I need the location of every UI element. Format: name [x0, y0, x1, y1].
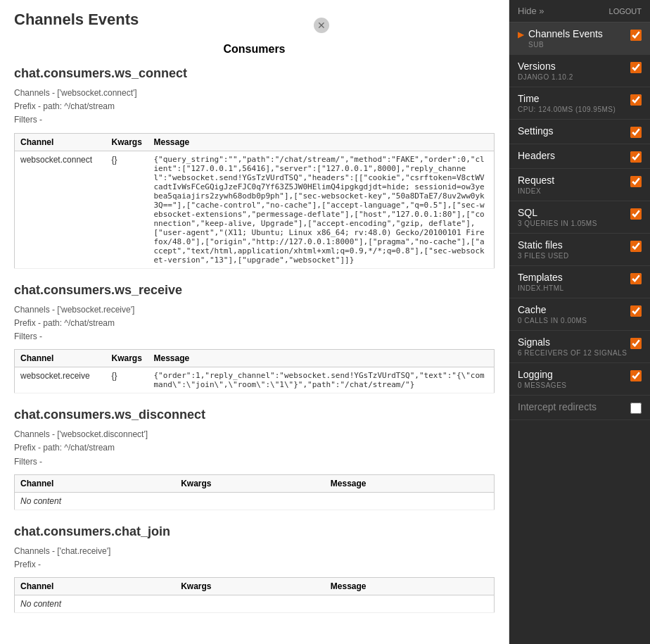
sidebar-item-left: VersionsDJANGO 1.10.2: [518, 61, 573, 81]
sidebar-item-intercept-redirects[interactable]: Intercept redirects: [509, 396, 650, 420]
sidebar-item-time[interactable]: TimeCPU: 124.00MS (109.95MS): [509, 87, 650, 120]
sidebar-checkbox-headers[interactable]: [630, 151, 642, 163]
data-table: ChannelKwargsMessageNo content: [14, 577, 495, 613]
sidebar-item-info: RequestINDEX: [518, 175, 554, 195]
sidebar-item-left: Settings: [518, 125, 554, 137]
table-header: Message: [148, 350, 495, 367]
sidebar-item-request[interactable]: RequestINDEX: [509, 169, 650, 201]
sidebar-item-left: Logging0 MESSAGES: [518, 369, 566, 389]
sidebar-item-left: ▶Channels EventsSUB: [518, 28, 603, 49]
table-header: Channel: [15, 578, 176, 595]
consumer-name: chat.consumers.ws_disconnect: [14, 408, 495, 422]
sidebar-checkbox-channels-events[interactable]: [630, 30, 642, 41]
sidebar-item-left: Static files3 FILES USED: [518, 239, 569, 260]
sidebar-item-cache[interactable]: Cache0 CALLS IN 0.00MS: [509, 298, 650, 331]
sidebar-item-name: Settings: [518, 125, 554, 137]
sidebar-item-logging[interactable]: Logging0 MESSAGES: [509, 363, 650, 396]
sidebar-checkbox-request[interactable]: [630, 176, 642, 187]
consumer-meta: Channels - ['chat.receive']Prefix -: [14, 545, 495, 572]
sidebar-item-signals[interactable]: Signals6 RECEIVERS OF 12 SIGNALS: [509, 331, 650, 363]
logout-label[interactable]: LOGOUT: [609, 7, 642, 15]
sidebar-checkbox-time[interactable]: [630, 94, 642, 106]
sidebar-item-name: Cache: [518, 304, 587, 315]
table-header: Channel: [15, 350, 106, 367]
sidebar-item-static-files[interactable]: Static files3 FILES USED: [509, 234, 650, 266]
cell-channel: websocket.connect: [15, 151, 106, 268]
table-header: Kwargs: [175, 578, 325, 595]
sidebar-item-info: Intercept redirects: [518, 401, 597, 412]
consumer-section: chat.consumers.ws_receiveChannels - ['we…: [14, 283, 495, 394]
sidebar-item-sub: 6 RECEIVERS OF 12 SIGNALS: [518, 349, 627, 357]
section-heading: Consumers: [14, 43, 495, 56]
table-row: websocket.receive{}{"order":1,"reply_cha…: [15, 367, 495, 393]
table-header: Kwargs: [175, 474, 325, 492]
data-table: ChannelKwargsMessagewebsocket.connect{}{…: [14, 133, 495, 269]
sidebar-checkbox-static-files[interactable]: [630, 241, 642, 252]
consumer-name: chat.consumers.chat_join: [14, 524, 495, 539]
sidebar-checkbox-versions[interactable]: [630, 62, 642, 73]
sidebar-items-container: ▶Channels EventsSUBVersionsDJANGO 1.10.2…: [509, 23, 650, 420]
sidebar-item-headers[interactable]: Headers: [509, 144, 650, 169]
sidebar-item-sub: 0 MESSAGES: [518, 381, 566, 389]
data-table: ChannelKwargsMessageNo content: [14, 474, 495, 510]
sidebar-item-sub: INDEX.HTML: [518, 284, 564, 292]
sidebar-item-name: Signals: [518, 336, 627, 348]
cell-kwargs: {}: [106, 367, 148, 393]
sidebar-item-info: TimeCPU: 124.00MS (109.95MS): [518, 93, 616, 113]
sidebar-checkbox-templates[interactable]: [630, 273, 642, 284]
sidebar-item-sub: DJANGO 1.10.2: [518, 73, 573, 81]
sidebar-item-name: Templates: [518, 272, 564, 283]
sidebar-item-name: Channels Events: [528, 28, 603, 39]
sidebar-checkbox-signals[interactable]: [630, 338, 642, 349]
no-content-label: No content: [15, 595, 495, 613]
consumer-section: chat.consumers.ws_disconnectChannels - […: [14, 408, 495, 510]
sidebar-item-name: Versions: [518, 61, 573, 72]
sidebar-checkbox-settings[interactable]: [630, 127, 642, 138]
sidebar-item-sub: 0 CALLS IN 0.00MS: [518, 317, 587, 324]
sidebar-hide-button[interactable]: Hide » LOGOUT: [509, 0, 650, 23]
no-content-label: No content: [15, 492, 495, 510]
sidebar-item-info: Cache0 CALLS IN 0.00MS: [518, 304, 587, 324]
sidebar-item-channels-events[interactable]: ▶Channels EventsSUB: [509, 23, 650, 55]
sidebar-item-name: Request: [518, 175, 554, 186]
close-button[interactable]: ✕: [314, 18, 329, 33]
table-header: Channel: [15, 474, 176, 492]
consumer-section: chat.consumers.ws_connectChannels - ['we…: [14, 66, 495, 269]
sidebar-item-info: Channels EventsSUB: [528, 28, 603, 49]
table-header: Kwargs: [106, 350, 148, 367]
sidebar-item-name: Static files: [518, 239, 569, 251]
sidebar-item-name: Logging: [518, 369, 566, 380]
sidebar-item-sub: INDEX: [518, 187, 554, 195]
sidebar-item-left: SQL3 QUERIES IN 1.05MS: [518, 207, 597, 227]
sidebar-item-settings[interactable]: Settings: [509, 120, 650, 144]
sidebar-item-left: Cache0 CALLS IN 0.00MS: [518, 304, 587, 324]
sidebar-item-info: Settings: [518, 125, 554, 137]
consumer-section: chat.consumers.chat_joinChannels - ['cha…: [14, 524, 495, 613]
sidebar-item-left: Headers: [518, 150, 555, 161]
sidebar-checkbox-cache[interactable]: [630, 305, 642, 317]
consumer-meta: Channels - ['websocket.receive']Prefix -…: [14, 303, 495, 344]
sidebar-item-info: TemplatesINDEX.HTML: [518, 272, 564, 292]
sidebar-item-info: Logging0 MESSAGES: [518, 369, 566, 389]
table-row: websocket.connect{}{"query_string":"","p…: [15, 151, 495, 268]
data-table: ChannelKwargsMessagewebsocket.receive{}{…: [14, 349, 495, 393]
table-header: Message: [325, 474, 495, 492]
consumer-name: chat.consumers.ws_receive: [14, 283, 495, 298]
sidebar-item-sub: CPU: 124.00MS (109.95MS): [518, 106, 616, 113]
sidebar-arrow-icon: ▶: [518, 30, 524, 39]
cell-message: {"order":1,"reply_channel":"websocket.se…: [148, 367, 495, 393]
sidebar-checkbox-intercept-redirects[interactable]: [630, 403, 642, 414]
sidebar-checkbox-sql[interactable]: [630, 208, 642, 220]
sidebar-item-versions[interactable]: VersionsDJANGO 1.10.2: [509, 55, 650, 87]
cell-channel: websocket.receive: [15, 367, 106, 393]
sidebar-item-info: SQL3 QUERIES IN 1.05MS: [518, 207, 597, 227]
consumer-meta: Channels - ['websocket.connect']Prefix -…: [14, 87, 495, 127]
table-header: Message: [325, 578, 495, 595]
sidebar-item-templates[interactable]: TemplatesINDEX.HTML: [509, 266, 650, 298]
sidebar-item-info: VersionsDJANGO 1.10.2: [518, 61, 573, 81]
sidebar-item-info: Static files3 FILES USED: [518, 239, 569, 260]
table-header: Message: [148, 133, 495, 151]
sidebar-item-sql[interactable]: SQL3 QUERIES IN 1.05MS: [509, 201, 650, 234]
consumers-container: chat.consumers.ws_connectChannels - ['we…: [14, 66, 495, 613]
sidebar-checkbox-logging[interactable]: [630, 370, 642, 381]
